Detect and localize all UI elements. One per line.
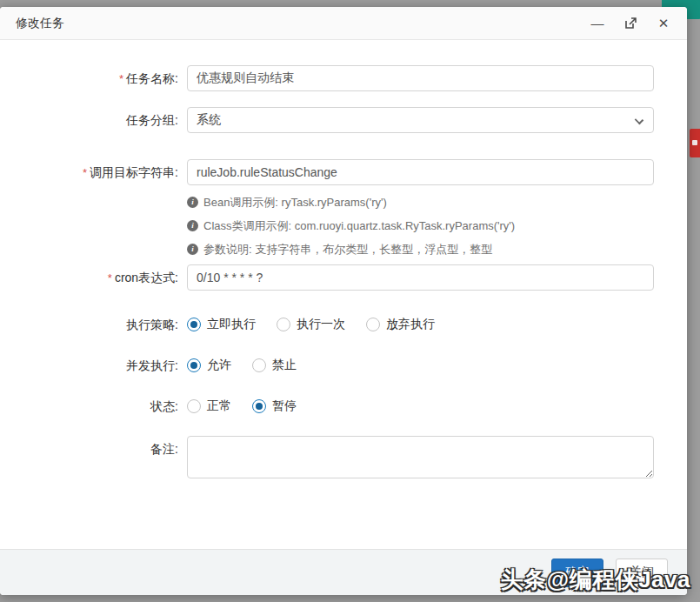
cancel-button[interactable]: 关闭	[616, 559, 668, 587]
required-asterisk: *	[108, 271, 112, 284]
status-label-text: 状态:	[150, 399, 178, 413]
invoke-target-input[interactable]	[187, 159, 654, 185]
radio-option-label: 禁止	[272, 358, 297, 373]
form-row-invoke-target: *调用目标字符串:iBean调用示例: ryTask.ryParams('ry'…	[0, 159, 687, 261]
close-button[interactable]: ✕	[656, 16, 671, 31]
task-group-label-text: 任务分组:	[126, 113, 178, 127]
form-row-task-name: *任务名称:	[0, 65, 687, 92]
help-line-2: i参数说明: 支持字符串，布尔类型，长整型，浮点型，整型	[187, 237, 654, 261]
edit-task-form: *任务名称:任务分组:系统*调用目标字符串:iBean调用示例: ryTask.…	[0, 65, 687, 482]
confirm-button[interactable]: 确定	[551, 559, 603, 587]
radio-checked-icon	[187, 358, 201, 372]
radio-option-label: 立即执行	[207, 317, 256, 332]
chevron-down-icon	[635, 116, 643, 124]
help-text: Class类调用示例: com.ruoyi.quartz.task.RyTask…	[203, 214, 515, 237]
task-group-selected-value: 系统	[197, 112, 221, 128]
radio-checked-icon	[252, 399, 266, 413]
concurrent-label-text: 并发执行:	[126, 358, 178, 372]
info-icon: i	[187, 220, 198, 231]
invoke-target-help: iBean调用示例: ryTask.ryParams('ry')iClass类调…	[187, 191, 654, 261]
info-icon: i	[187, 244, 198, 255]
cron-expression-input[interactable]	[187, 264, 654, 291]
radio-unchecked-icon	[366, 318, 380, 331]
radio-concurrent-1[interactable]: 禁止	[252, 358, 297, 373]
task-name-label-text: 任务名称:	[126, 71, 178, 85]
background-red-button	[690, 129, 700, 157]
edit-task-dialog: 修改任务 — ✕ *任务名称:任务分组:系统*调用目标字符串:iBean调用示例…	[0, 7, 687, 595]
radio-status-1[interactable]: 暂停	[252, 398, 297, 414]
maximize-button[interactable]	[623, 16, 638, 31]
status-label: 状态:	[0, 393, 187, 419]
dialog-header: 修改任务 — ✕	[0, 7, 687, 40]
task-group-control: 系统	[187, 107, 654, 133]
concurrent-control: 允许禁止	[187, 352, 654, 378]
radio-unchecked-icon	[252, 358, 266, 372]
radio-misfire-policy-0[interactable]: 立即执行	[187, 317, 256, 332]
required-asterisk: *	[83, 166, 87, 179]
dialog-body: *任务名称:任务分组:系统*调用目标字符串:iBean调用示例: ryTask.…	[0, 40, 687, 549]
cron-expression-control	[187, 264, 654, 291]
maximize-icon	[624, 17, 637, 30]
cron-expression-label: *cron表达式:	[0, 264, 187, 291]
concurrent-radio-group: 允许禁止	[187, 352, 654, 378]
remark-label: 备注:	[0, 436, 187, 462]
task-name-label: *任务名称:	[0, 65, 187, 92]
help-line-1: iClass类调用示例: com.ruoyi.quartz.task.RyTas…	[187, 214, 654, 237]
radio-option-label: 允许	[207, 358, 231, 373]
radio-checked-icon	[187, 318, 201, 331]
status-radio-group: 正常暂停	[187, 393, 654, 419]
concurrent-label: 并发执行:	[0, 352, 187, 378]
form-row-cron-expression: *cron表达式:	[0, 264, 687, 291]
radio-unchecked-icon	[277, 318, 290, 331]
help-line-0: iBean调用示例: ryTask.ryParams('ry')	[187, 191, 654, 214]
close-icon: ✕	[658, 17, 670, 30]
form-row-status: 状态:正常暂停	[0, 393, 687, 419]
minimize-button[interactable]: —	[590, 16, 605, 31]
radio-concurrent-0[interactable]: 允许	[187, 358, 231, 373]
misfire-policy-radio-group: 立即执行执行一次放弃执行	[187, 311, 654, 338]
help-text: 参数说明: 支持字符串，布尔类型，长整型，浮点型，整型	[203, 237, 492, 261]
misfire-policy-label: 执行策略:	[0, 311, 187, 338]
form-row-task-group: 任务分组:系统	[0, 107, 687, 133]
form-row-concurrent: 并发执行:允许禁止	[0, 352, 687, 378]
dialog-footer: 确定 关闭	[0, 549, 687, 595]
help-text: Bean调用示例: ryTask.ryParams('ry')	[203, 191, 387, 214]
radio-option-label: 正常	[207, 398, 231, 414]
invoke-target-control: iBean调用示例: ryTask.ryParams('ry')iClass类调…	[187, 159, 654, 261]
minimize-icon: —	[591, 17, 604, 30]
invoke-target-label: *调用目标字符串:	[0, 159, 187, 186]
remark-label-text: 备注:	[150, 442, 178, 456]
misfire-policy-label-text: 执行策略:	[126, 318, 178, 331]
remark-control	[187, 436, 654, 482]
form-row-misfire-policy: 执行策略:立即执行执行一次放弃执行	[0, 311, 687, 338]
status-control: 正常暂停	[187, 393, 654, 419]
radio-misfire-policy-2[interactable]: 放弃执行	[366, 317, 435, 332]
misfire-policy-control: 立即执行执行一次放弃执行	[187, 311, 654, 338]
form-row-remark: 备注:	[0, 436, 687, 482]
radio-option-label: 放弃执行	[386, 317, 435, 332]
task-group-select[interactable]: 系统	[187, 107, 654, 133]
required-asterisk: *	[119, 72, 123, 85]
info-icon: i	[187, 197, 198, 208]
radio-option-label: 执行一次	[297, 317, 345, 332]
task-name-control	[187, 65, 654, 91]
task-group-label: 任务分组:	[0, 107, 187, 133]
cron-expression-label-text: cron表达式:	[115, 271, 178, 284]
radio-status-0[interactable]: 正常	[187, 398, 231, 414]
dialog-title: 修改任务	[16, 16, 64, 31]
invoke-target-label-text: 调用目标字符串:	[90, 165, 178, 179]
radio-unchecked-icon	[187, 399, 201, 413]
radio-misfire-policy-1[interactable]: 执行一次	[277, 317, 345, 332]
remark-textarea[interactable]	[187, 436, 654, 478]
radio-option-label: 暂停	[272, 398, 297, 414]
red-button-icon	[692, 140, 697, 145]
window-controls: — ✕	[590, 16, 671, 31]
task-name-input[interactable]	[187, 65, 654, 91]
